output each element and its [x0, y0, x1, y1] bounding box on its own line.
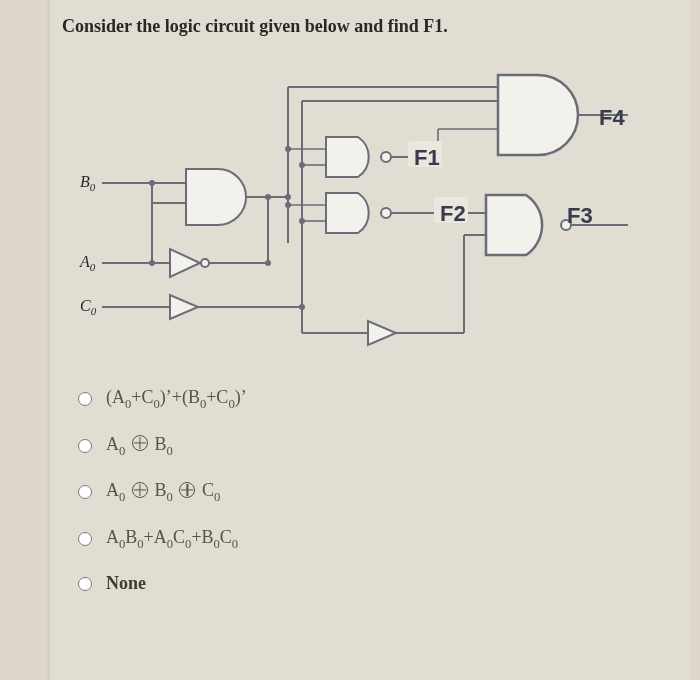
page: Consider the logic circuit given below a… [50, 0, 690, 680]
svg-point-7 [149, 180, 155, 186]
svg-point-30 [381, 152, 391, 162]
question-text: Consider the logic circuit given below a… [62, 16, 682, 37]
option-4[interactable]: A0B0+A0C0+B0C0 [78, 527, 682, 552]
option-1-radio[interactable] [78, 392, 92, 406]
output-f2-label: F2 [440, 201, 466, 227]
circuit-svg: B0 A0 C0 [68, 57, 628, 357]
option-5-radio[interactable] [78, 577, 92, 591]
svg-text:C0: C0 [80, 297, 97, 317]
svg-point-13 [201, 259, 209, 267]
xor-icon [179, 482, 195, 498]
svg-point-34 [285, 202, 291, 208]
option-5-label: None [106, 573, 146, 594]
option-4-radio[interactable] [78, 532, 92, 546]
output-f1-label: F1 [414, 145, 440, 171]
svg-point-19 [265, 260, 271, 266]
svg-point-36 [381, 208, 391, 218]
xor-icon [132, 435, 148, 451]
output-f4-label: F4 [599, 105, 625, 131]
xor-icon [132, 482, 148, 498]
output-f3-label: F3 [567, 203, 593, 229]
svg-point-22 [285, 194, 291, 200]
option-3-radio[interactable] [78, 485, 92, 499]
svg-point-28 [285, 146, 291, 152]
svg-point-35 [299, 218, 305, 224]
circuit-diagram: F1 F2 F4 F3 B0 A0 C0 [68, 57, 628, 357]
svg-text:B0: B0 [80, 173, 96, 193]
option-1[interactable]: (A0+C0)’+(B0+C0)’ [78, 387, 682, 412]
option-3-label: A0 B0 C0 [106, 480, 220, 505]
option-5[interactable]: None [78, 573, 682, 594]
option-2-label: A0 B0 [106, 434, 173, 459]
option-3[interactable]: A0 B0 C0 [78, 480, 682, 505]
options-group: (A0+C0)’+(B0+C0)’ A0 B0 A0 B0 C0 [78, 387, 682, 594]
svg-point-29 [299, 162, 305, 168]
svg-text:A0: A0 [79, 253, 96, 273]
option-2[interactable]: A0 B0 [78, 434, 682, 459]
option-1-label: (A0+C0)’+(B0+C0)’ [106, 387, 247, 412]
option-4-label: A0B0+A0C0+B0C0 [106, 527, 238, 552]
option-2-radio[interactable] [78, 439, 92, 453]
